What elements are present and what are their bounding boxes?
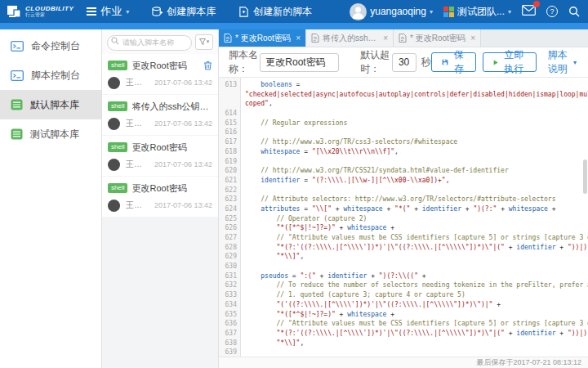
user-avatar	[350, 3, 367, 20]
sidebar-item-label: 命令控制台	[31, 39, 80, 53]
script-name-label: 脚本名称：	[229, 48, 260, 76]
document-plus-icon	[238, 7, 249, 17]
sidebar-item-default-library[interactable]: 默认脚本库	[0, 90, 101, 119]
script-list-item[interactable]: shell 将传入的ssh公钥部署从指... 王小哪 2017-07-06 13…	[102, 95, 218, 135]
script-list-item[interactable]: shell 更改Root密码 王小哪在.. 2017-07-06 13:42	[102, 177, 218, 217]
author-avatar	[108, 118, 120, 130]
script-list-item[interactable]: shell 更改Root密码 王小哪 2017-07-06 13:42	[102, 54, 218, 94]
top-bar: CLOUDBILITY 行云管家 作业 ▾ 创建脚本库 创建新的脚本 yuang…	[0, 0, 588, 23]
notification-badge	[533, 1, 540, 7]
save-label: 保存	[452, 48, 466, 76]
script-library-icon	[11, 99, 23, 110]
sidebar-item-label: 脚本控制台	[31, 69, 80, 83]
team-name: 测试团队...	[457, 5, 505, 19]
cloudbility-logo-icon	[7, 5, 21, 18]
script-title: 将传入的ssh公钥部署从指...	[131, 101, 212, 113]
chevron-down-icon: ▾	[573, 59, 577, 66]
tab-title: 将传入的ssh公钥...	[323, 33, 380, 44]
author-name: 王小哪	[126, 159, 144, 170]
run-now-label: 立即执行	[502, 48, 526, 76]
code-editor: 6136146156166176186196206216226236246256…	[219, 78, 588, 357]
save-button[interactable]: 保存	[431, 52, 476, 72]
file-icon	[224, 34, 232, 43]
main-panel: * 更改Root密码 × 将传入的ssh公钥... × * 更改Root密码 ×…	[219, 29, 588, 368]
script-name-input[interactable]	[260, 53, 339, 72]
file-icon	[399, 34, 407, 43]
script-form-bar: 脚本名称： 默认超时： 秒 保存 立即执行	[219, 47, 588, 78]
timeout-input[interactable]	[392, 53, 416, 72]
author-avatar	[108, 200, 120, 212]
filter-button[interactable]: ▾	[195, 34, 213, 50]
script-library-icon	[11, 128, 23, 140]
timeout-unit: 秒	[421, 56, 431, 70]
create-script-label: 创建新的脚本	[253, 5, 312, 19]
create-library-label: 创建脚本库	[167, 5, 216, 19]
trash-icon[interactable]	[203, 61, 212, 70]
script-type-badge: shell	[108, 61, 127, 70]
console-icon	[11, 41, 24, 52]
nav-job-menu[interactable]: 作业 ▾	[87, 4, 129, 19]
script-title: 更改Root密码	[131, 60, 199, 72]
script-title: 更改Root密码	[131, 182, 212, 195]
script-date: 2017-07-06 13:42	[154, 201, 212, 209]
script-list-item[interactable]: shell 更改Root密码 王小哪 2017-07-06 13:42	[102, 136, 218, 176]
script-search-input[interactable]	[107, 35, 192, 51]
script-list-panel: ▾ shell 更改Root密码 王小哪 2017-07-06 13:42 sh…	[102, 29, 219, 368]
brand-name: CLOUDBILITY	[25, 5, 74, 12]
author-name: 王小哪在..	[126, 200, 144, 211]
file-icon	[311, 34, 319, 43]
script-type-badge: shell	[108, 142, 127, 152]
chevron-down-icon: ▾	[430, 8, 433, 16]
search-icon[interactable]	[568, 6, 580, 17]
tab-close-icon[interactable]: ×	[470, 34, 475, 43]
team-menu[interactable]: 测试团队... ▾	[443, 5, 511, 19]
brand-logo[interactable]: CLOUDBILITY 行云管家	[7, 5, 74, 18]
left-sidebar: 命令控制台 脚本控制台 默认脚本库 测试脚本库	[0, 29, 102, 368]
tab-close-icon[interactable]: ×	[296, 34, 301, 43]
script-description-label: 脚本说明	[548, 48, 571, 76]
brand-subname: 行云管家	[25, 12, 74, 18]
script-date: 2017-07-06 13:42	[154, 160, 212, 168]
sidebar-item-label: 默认脚本库	[30, 98, 79, 112]
author-avatar	[108, 77, 120, 89]
tab-close-icon[interactable]: ×	[383, 34, 388, 43]
team-logo-icon	[443, 7, 454, 17]
sidebar-item-command-console[interactable]: 命令控制台	[0, 31, 101, 61]
help-button[interactable]: ?	[546, 6, 558, 17]
editor-code-area[interactable]: booleans ="checked|selected|async|autofo…	[241, 78, 588, 357]
console-icon	[11, 70, 24, 81]
script-description-toggle[interactable]: 脚本说明 ▾	[548, 48, 577, 76]
sidebar-item-label: 测试脚本库	[30, 128, 79, 141]
header-accent-strip	[0, 23, 588, 29]
timeout-label: 默认超时：	[360, 48, 391, 76]
nav-job-label: 作业	[100, 4, 122, 19]
hamburger-icon	[87, 7, 96, 16]
play-icon	[493, 58, 498, 67]
sidebar-item-script-console[interactable]: 脚本控制台	[0, 61, 101, 90]
editor-tab[interactable]: * 更改Root密码 ×	[219, 29, 306, 47]
last-saved-text: 最后保存于2017-07-21 08:13:12	[476, 358, 581, 366]
user-menu[interactable]: yuangaoqing ▾	[350, 3, 433, 20]
author-name: 王小哪	[126, 77, 144, 88]
notifications-button[interactable]	[522, 4, 536, 19]
editor-scrollbar[interactable]	[583, 159, 587, 194]
script-date: 2017-07-06 13:42	[154, 79, 212, 87]
username: yuangaoqing	[370, 6, 426, 17]
editor-line-numbers: 6136146156166176186196206216226236246256…	[219, 78, 241, 357]
chevron-down-icon: ▾	[508, 8, 511, 16]
author-avatar	[108, 159, 120, 171]
editor-tab[interactable]: 将传入的ssh公钥... ×	[306, 29, 394, 47]
script-title: 更改Root密码	[131, 141, 212, 154]
author-name: 王小哪	[126, 118, 144, 129]
chevron-down-icon: ▾	[126, 8, 129, 16]
tab-title: * 更改Root密码	[410, 33, 467, 44]
editor-status-bar: 最后保存于2017-07-21 08:13:12	[219, 357, 588, 368]
run-now-button[interactable]: 立即执行	[483, 52, 537, 72]
database-plus-icon	[152, 7, 163, 17]
sidebar-item-test-library[interactable]: 测试脚本库	[0, 119, 101, 149]
search-icon	[111, 37, 119, 45]
create-script-button[interactable]: 创建新的脚本	[238, 5, 312, 19]
editor-tab[interactable]: * 更改Root密码 ×	[394, 29, 481, 47]
create-library-button[interactable]: 创建脚本库	[152, 5, 216, 19]
tab-title: * 更改Root密码	[235, 33, 292, 44]
